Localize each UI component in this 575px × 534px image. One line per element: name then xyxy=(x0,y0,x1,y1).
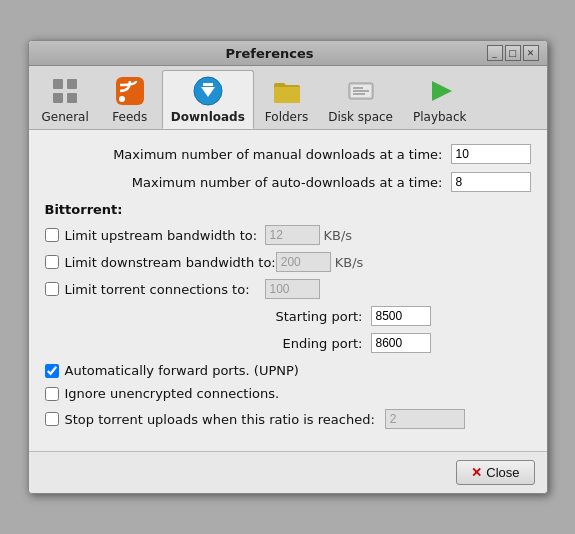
preferences-window: Preferences _ □ ✕ General xyxy=(28,40,548,494)
svg-rect-0 xyxy=(53,79,63,89)
stop-uploads-checkbox[interactable] xyxy=(45,412,59,426)
tab-folders[interactable]: Folders xyxy=(256,70,317,129)
bottom-bar: ✕ Close xyxy=(29,451,547,493)
ignore-unencrypted-row: Ignore unencrypted connections. xyxy=(45,386,531,401)
upstream-row: Limit upstream bandwidth to: KB/s xyxy=(45,225,531,245)
svg-marker-15 xyxy=(432,81,452,101)
ignore-unencrypted-checkbox[interactable] xyxy=(45,387,59,401)
maximize-button[interactable]: □ xyxy=(505,45,521,61)
stop-uploads-row: Stop torrent uploads when this ratio is … xyxy=(45,409,531,429)
ignore-unencrypted-label: Ignore unencrypted connections. xyxy=(65,386,280,401)
auto-downloads-row: Maximum number of auto-downloads at a ti… xyxy=(45,172,531,192)
downstream-label: Limit downstream bandwidth to: xyxy=(65,255,276,270)
svg-rect-1 xyxy=(67,79,77,89)
tab-playback[interactable]: Playback xyxy=(404,70,476,129)
upstream-input[interactable] xyxy=(265,225,320,245)
upstream-checkbox[interactable] xyxy=(45,228,59,242)
stop-uploads-input[interactable] xyxy=(385,409,465,429)
tab-downloads-label: Downloads xyxy=(171,110,245,124)
feeds-icon xyxy=(114,75,146,107)
ending-port-row: Ending port: xyxy=(45,333,531,353)
upstream-unit: KB/s xyxy=(324,228,353,243)
toolbar: General Feeds Downloads xyxy=(29,66,547,130)
close-button[interactable]: ✕ Close xyxy=(456,460,534,485)
tab-folders-label: Folders xyxy=(265,110,308,124)
auto-forward-label: Automatically forward ports. (UPNP) xyxy=(65,363,299,378)
starting-port-row: Starting port: xyxy=(45,306,531,326)
connections-checkbox[interactable] xyxy=(45,282,59,296)
svg-rect-13 xyxy=(353,90,369,92)
connections-input[interactable] xyxy=(265,279,320,299)
connections-label: Limit torrent connections to: xyxy=(65,282,265,297)
svg-rect-9 xyxy=(274,87,300,103)
tab-diskspace-label: Disk space xyxy=(328,110,393,124)
tab-downloads[interactable]: Downloads xyxy=(162,70,254,129)
starting-port-label: Starting port: xyxy=(275,309,370,324)
ending-port-input[interactable] xyxy=(371,333,431,353)
general-icon xyxy=(49,75,81,107)
folders-icon xyxy=(271,75,303,107)
manual-downloads-input[interactable] xyxy=(451,144,531,164)
tab-general[interactable]: General xyxy=(33,70,98,129)
downloads-icon xyxy=(192,75,224,107)
downstream-input[interactable] xyxy=(276,252,331,272)
tab-diskspace[interactable]: Disk space xyxy=(319,70,402,129)
tab-feeds-label: Feeds xyxy=(112,110,147,124)
downstream-unit: KB/s xyxy=(335,255,364,270)
svg-rect-8 xyxy=(203,83,213,86)
svg-rect-14 xyxy=(353,93,365,95)
downstream-row: Limit downstream bandwidth to: KB/s xyxy=(45,252,531,272)
minimize-button[interactable]: _ xyxy=(487,45,503,61)
playback-icon xyxy=(424,75,456,107)
upstream-label: Limit upstream bandwidth to: xyxy=(65,228,265,243)
tab-playback-label: Playback xyxy=(413,110,467,124)
manual-downloads-row: Maximum number of manual downloads at a … xyxy=(45,144,531,164)
content-area: Maximum number of manual downloads at a … xyxy=(29,130,547,451)
auto-forward-checkbox[interactable] xyxy=(45,364,59,378)
tab-general-label: General xyxy=(42,110,89,124)
auto-downloads-label: Maximum number of auto-downloads at a ti… xyxy=(45,175,451,190)
titlebar: Preferences _ □ ✕ xyxy=(29,41,547,66)
window-close-button[interactable]: ✕ xyxy=(523,45,539,61)
close-button-label: Close xyxy=(486,465,519,480)
downstream-checkbox[interactable] xyxy=(45,255,59,269)
svg-rect-12 xyxy=(353,87,363,89)
diskspace-icon xyxy=(345,75,377,107)
starting-port-input[interactable] xyxy=(371,306,431,326)
connections-row: Limit torrent connections to: xyxy=(45,279,531,299)
close-x-icon: ✕ xyxy=(471,465,482,480)
ending-port-label: Ending port: xyxy=(283,336,371,351)
window-title: Preferences xyxy=(53,46,487,61)
tab-feeds[interactable]: Feeds xyxy=(100,70,160,129)
stop-uploads-label: Stop torrent uploads when this ratio is … xyxy=(65,412,375,427)
svg-rect-3 xyxy=(67,93,77,103)
bittorrent-title: Bittorrent: xyxy=(45,202,531,217)
svg-point-5 xyxy=(119,96,125,102)
svg-rect-2 xyxy=(53,93,63,103)
auto-downloads-input[interactable] xyxy=(451,172,531,192)
auto-forward-row: Automatically forward ports. (UPNP) xyxy=(45,363,531,378)
manual-downloads-label: Maximum number of manual downloads at a … xyxy=(45,147,451,162)
titlebar-controls: _ □ ✕ xyxy=(487,45,539,61)
